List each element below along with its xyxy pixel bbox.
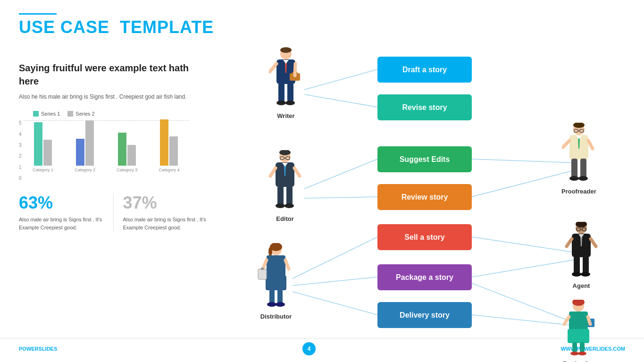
svg-line-89	[588, 317, 590, 324]
svg-line-5	[293, 277, 377, 286]
svg-line-34	[270, 168, 276, 176]
bars-area: Category 1 Category 2	[24, 120, 189, 182]
svg-line-9	[472, 237, 576, 253]
footer-brand-blue: SLIDES	[39, 346, 58, 352]
svg-rect-91	[580, 342, 585, 353]
actor-agent: Agent	[564, 222, 598, 289]
svg-line-0	[304, 69, 377, 90]
use-case-draft: Draft a story	[377, 57, 472, 83]
bar-group-cat2: Category 2	[66, 114, 105, 172]
use-case-revise-label: Revise story	[402, 103, 447, 112]
svg-rect-78	[574, 256, 580, 273]
svg-point-39	[284, 203, 294, 208]
svg-point-92	[570, 352, 579, 355]
footer-brand-black: POWER	[19, 346, 39, 352]
svg-point-14	[280, 47, 292, 53]
svg-line-10	[472, 260, 576, 277]
use-case-diagram: Draft a story Revise story Suggest Edits…	[231, 28, 637, 349]
use-case-review: Review story	[377, 184, 472, 210]
svg-rect-51	[277, 289, 283, 303]
svg-line-88	[564, 317, 569, 324]
svg-line-7	[472, 159, 576, 163]
svg-point-80	[572, 272, 581, 277]
svg-line-8	[472, 170, 576, 197]
page-title: USE CASE TEMPLATE	[19, 17, 214, 37]
svg-rect-37	[286, 186, 293, 205]
bar-label-cat4: Category 4	[159, 168, 179, 172]
bar-cat2-s1	[76, 139, 84, 166]
writer-label: Writer	[269, 112, 303, 119]
svg-rect-65	[580, 159, 586, 177]
svg-line-4	[293, 237, 377, 278]
agent-label: Agent	[564, 282, 598, 289]
use-case-package-label: Package a story	[396, 273, 453, 282]
svg-point-38	[276, 203, 285, 208]
editor-figure	[268, 150, 302, 211]
subtitle: Saying fruitful were example text hath h…	[19, 61, 208, 88]
use-case-suggest: Suggest Edits	[377, 146, 472, 172]
svg-rect-43	[267, 255, 285, 276]
stat-percent-2: 37%	[123, 193, 208, 213]
description: Also he his male air bring is Signs firs…	[19, 93, 208, 101]
bar-group-cat3: Category 3	[108, 114, 147, 172]
bar-cat4-s1	[160, 119, 168, 166]
proofreader-figure	[562, 123, 596, 184]
bookseller-figure	[560, 300, 597, 356]
svg-line-3	[304, 197, 377, 198]
svg-point-67	[578, 176, 588, 181]
use-case-sell-label: Sell a story	[404, 233, 444, 242]
actor-distributor: Distributor	[257, 243, 295, 320]
actor-proofreader: Proofreader	[561, 123, 596, 195]
use-case-delivery-label: Delivery story	[400, 311, 450, 320]
left-panel: Saying fruitful were example text hath h…	[19, 61, 208, 231]
header-accent-line	[19, 13, 57, 15]
svg-line-63	[588, 141, 593, 149]
bar-cat2-s2	[85, 120, 94, 166]
stat-item-63: 63% Also male air bring is Signs first .…	[19, 193, 114, 231]
svg-point-53	[276, 302, 285, 307]
svg-line-77	[591, 239, 596, 246]
svg-rect-23	[287, 83, 293, 102]
bar-cat1-s1	[34, 122, 42, 166]
svg-rect-85	[568, 329, 589, 343]
svg-line-1	[304, 94, 377, 107]
svg-rect-48	[261, 268, 264, 270]
svg-line-49	[285, 260, 289, 269]
svg-point-66	[569, 176, 579, 181]
svg-point-24	[276, 101, 286, 105]
svg-point-42	[268, 247, 272, 256]
svg-line-76	[567, 239, 572, 246]
bar-cat4-s2	[169, 136, 178, 166]
editor-label: Editor	[268, 215, 302, 222]
distributor-figure	[257, 243, 295, 309]
bar-cat1-s2	[43, 140, 52, 166]
bar-cat3-s1	[118, 133, 126, 166]
svg-point-52	[267, 302, 276, 307]
svg-rect-64	[571, 159, 577, 177]
svg-line-20	[270, 64, 276, 72]
svg-line-2	[304, 159, 377, 189]
bar-label-cat1: Category 1	[33, 168, 53, 172]
header: USE CASE TEMPLATE	[19, 13, 214, 37]
use-case-delivery: Delivery story	[377, 302, 472, 328]
stat-percent-1: 63%	[19, 193, 104, 213]
bar-group-cat4: Category 4	[150, 114, 189, 172]
y-axis: 5 4 3 2 1 0	[19, 120, 22, 182]
svg-line-62	[563, 141, 569, 147]
chart-area: 5 4 3 2 1 0 Category 1	[19, 120, 189, 182]
title-black: USE CASE	[19, 17, 109, 37]
bar-cat3-s2	[127, 145, 136, 166]
svg-line-35	[294, 168, 300, 176]
svg-rect-45	[266, 276, 286, 290]
svg-rect-84	[569, 311, 588, 330]
stat-item-37: 37% Also male air bring is Signs first .…	[114, 193, 208, 231]
bar-label-cat3: Category 3	[117, 168, 137, 172]
svg-rect-47	[258, 269, 267, 279]
svg-rect-79	[583, 256, 589, 273]
svg-rect-90	[572, 342, 577, 353]
use-case-sell: Sell a story	[377, 224, 472, 250]
svg-rect-50	[269, 289, 275, 303]
stat-desc-2: Also male air bring is Signs first . It'…	[123, 216, 208, 231]
svg-line-6	[293, 292, 377, 315]
svg-point-93	[578, 352, 586, 355]
